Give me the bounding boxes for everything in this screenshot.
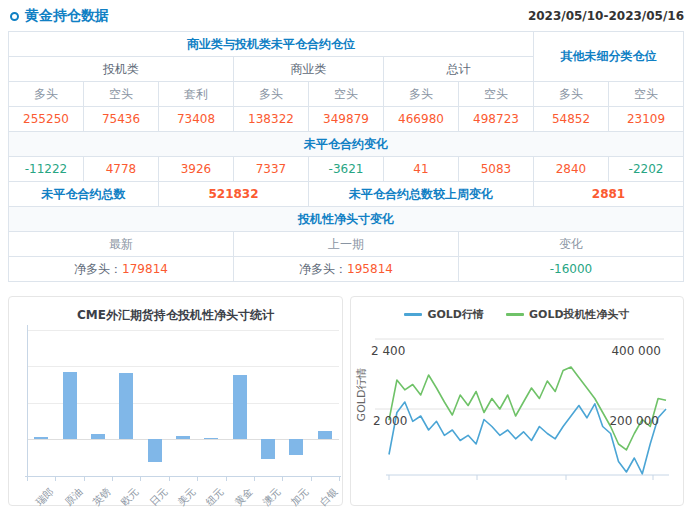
position-value: 138322 bbox=[234, 107, 309, 132]
page-title: 黄金持仓数据 bbox=[25, 7, 109, 25]
bar-x-tick bbox=[84, 477, 85, 481]
weekly-change-label: 未平仓合约总数较上周变化 bbox=[309, 182, 534, 207]
net-position-values-row: 净多头：179814 净多头：195814 -16000 bbox=[9, 257, 684, 282]
net-previous-cell: 净多头：195814 bbox=[234, 257, 459, 282]
change-value: -2202 bbox=[609, 157, 684, 182]
bar-英镑 bbox=[91, 434, 105, 439]
left-axis-tick-2000: 2 000 bbox=[373, 414, 407, 428]
col-header: 多头 bbox=[9, 82, 84, 107]
net-previous-value: 195814 bbox=[347, 262, 393, 276]
change-value: 3926 bbox=[159, 157, 234, 182]
bar-纽元 bbox=[204, 438, 218, 439]
net-col-previous: 上一期 bbox=[234, 232, 459, 257]
change-value: 41 bbox=[384, 157, 459, 182]
bar-x-tick bbox=[282, 477, 283, 481]
bar-chart-title: CME外汇期货持仓投机性净头寸统计 bbox=[9, 307, 342, 324]
bar-x-label: 纽元 bbox=[203, 485, 227, 509]
group-header-other: 其他未细分类仓位 bbox=[534, 32, 684, 82]
col-header: 空头 bbox=[459, 82, 534, 107]
date-range: 2023/05/10-2023/05/16 bbox=[528, 9, 684, 23]
bar-x-tick bbox=[226, 477, 227, 481]
line-chart-canvas bbox=[351, 297, 687, 497]
line-series-gold-price bbox=[389, 402, 666, 474]
bar-x-label: 欧元 bbox=[118, 485, 142, 509]
circle-bullet-icon bbox=[10, 12, 19, 21]
col-header: 多头 bbox=[534, 82, 609, 107]
position-value: 75436 bbox=[84, 107, 159, 132]
bar-x-label: 原油 bbox=[61, 485, 85, 509]
bar-x-label: 美元 bbox=[175, 485, 199, 509]
net-latest-value: 179814 bbox=[122, 262, 168, 276]
bar-白银 bbox=[318, 431, 332, 439]
position-value: 23109 bbox=[609, 107, 684, 132]
position-value: 54852 bbox=[534, 107, 609, 132]
total-open-interest-label: 未平仓合约总数 bbox=[9, 182, 159, 207]
bar-澳元 bbox=[261, 439, 275, 459]
bar-gridline bbox=[27, 330, 339, 331]
bar-x-label: 澳元 bbox=[260, 485, 284, 509]
change-value: 2840 bbox=[534, 157, 609, 182]
col-header: 空头 bbox=[309, 82, 384, 107]
position-value: 73408 bbox=[159, 107, 234, 132]
group-header-main: 商业类与投机类未平仓合约仓位 bbox=[9, 32, 534, 57]
position-value: 498723 bbox=[459, 107, 534, 132]
left-axis-tick-2400: 2 400 bbox=[371, 344, 405, 358]
bar-x-tick bbox=[27, 477, 28, 481]
bar-美元 bbox=[176, 436, 190, 439]
net-position-header-row: 最新 上一期 变化 bbox=[9, 232, 684, 257]
bar-x-tick bbox=[339, 477, 340, 481]
right-axis-tick-400000: 400 000 bbox=[611, 344, 661, 358]
col-header: 多头 bbox=[384, 82, 459, 107]
section-header-change: 未平仓合约变化 bbox=[9, 132, 684, 157]
bar-x-tick bbox=[55, 477, 56, 481]
net-previous-label: 净多头： bbox=[299, 262, 347, 276]
bar-x-tick bbox=[311, 477, 312, 481]
change-value: -11222 bbox=[9, 157, 84, 182]
bar-x-tick bbox=[197, 477, 198, 481]
bar-黄金 bbox=[233, 375, 247, 439]
change-value: 5083 bbox=[459, 157, 534, 182]
subgroup-commercial: 商业类 bbox=[234, 57, 384, 82]
bar-x-label: 英镑 bbox=[90, 485, 114, 509]
net-col-latest: 最新 bbox=[9, 232, 234, 257]
net-latest-cell: 净多头：179814 bbox=[9, 257, 234, 282]
line-chart-card: GOLD行情 GOLD投机性净头寸 2 400 2 000 400 000 20… bbox=[350, 296, 684, 506]
page-header: 黄金持仓数据 2023/05/10-2023/05/16 bbox=[0, 0, 692, 29]
bar-x-tick bbox=[169, 477, 170, 481]
bar-x-tick bbox=[112, 477, 113, 481]
bar-欧元 bbox=[119, 373, 133, 439]
net-change-value: -16000 bbox=[459, 257, 684, 282]
change-value: 7337 bbox=[234, 157, 309, 182]
bar-chart-card: CME外汇期货持仓投机性净头寸统计 瑞郎原油英镑欧元日元美元纽元黄金澳元加元白银 bbox=[8, 296, 343, 506]
position-value: 466980 bbox=[384, 107, 459, 132]
bar-日元 bbox=[148, 439, 162, 462]
net-col-change: 变化 bbox=[459, 232, 684, 257]
bar-x-label: 黄金 bbox=[232, 485, 256, 509]
net-latest-label: 净多头： bbox=[74, 262, 122, 276]
section-header-net-position: 投机性净头寸变化 bbox=[9, 207, 684, 232]
weekly-change-value: 2881 bbox=[534, 182, 684, 207]
bar-瑞郎 bbox=[34, 437, 48, 439]
col-header: 空头 bbox=[84, 82, 159, 107]
position-value: 255250 bbox=[9, 107, 84, 132]
bar-x-label: 加元 bbox=[288, 485, 312, 509]
bar-x-tick bbox=[140, 477, 141, 481]
positions-table: 商业类与投机类未平仓合约仓位 其他未细分类仓位 投机类 商业类 总计 多头 空头… bbox=[8, 31, 684, 282]
total-open-interest-value: 521832 bbox=[159, 182, 309, 207]
change-values-row: -11222 4778 3926 7337 -3621 41 5083 2840… bbox=[9, 157, 684, 182]
right-axis-tick-200000: 200 000 bbox=[609, 414, 659, 428]
left-axis-title: GOLD行情 bbox=[354, 363, 369, 427]
change-value: -3621 bbox=[309, 157, 384, 182]
bar-gridline bbox=[27, 366, 339, 367]
line-series-net-position bbox=[389, 367, 666, 450]
col-header: 多头 bbox=[234, 82, 309, 107]
bar-x-label: 白银 bbox=[317, 485, 341, 509]
position-value: 349879 bbox=[309, 107, 384, 132]
subgroup-total: 总计 bbox=[384, 57, 534, 82]
subgroup-speculative: 投机类 bbox=[9, 57, 234, 82]
bar-加元 bbox=[289, 439, 303, 455]
col-header: 空头 bbox=[609, 82, 684, 107]
bar-x-label: 日元 bbox=[146, 485, 170, 509]
bar-原油 bbox=[63, 372, 77, 439]
position-values-row: 255250 75436 73408 138322 349879 466980 … bbox=[9, 107, 684, 132]
